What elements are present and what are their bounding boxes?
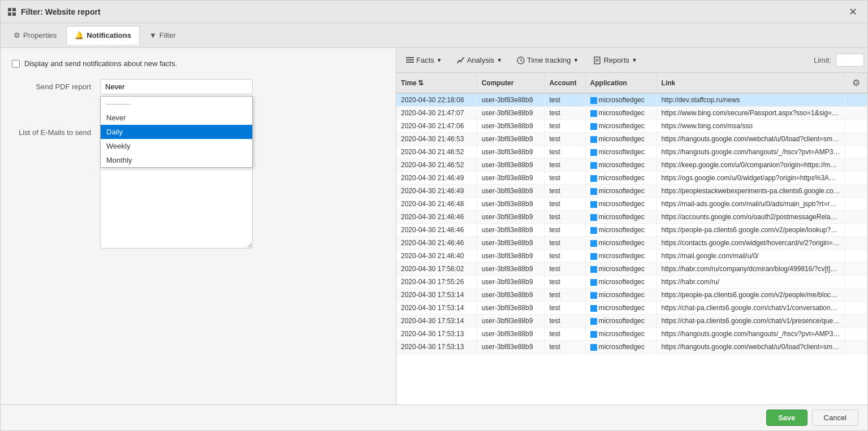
svg-line-9 xyxy=(521,60,522,62)
cell-link: https://people-pa.clients6.google.com/v2… xyxy=(657,224,845,237)
col-application: Application xyxy=(585,73,657,93)
dropdown-weekly[interactable]: Weekly xyxy=(101,139,252,153)
cell-time: 2020-04-30 21:46:53 xyxy=(396,133,477,146)
table-row[interactable]: 2020-04-30 17:53:14user-3bf83e88b9testmi… xyxy=(396,302,867,315)
tab-filter-label: Filter xyxy=(159,31,176,40)
tab-filter[interactable]: ▼ Filter xyxy=(141,26,184,45)
cell-settings xyxy=(845,172,867,185)
cell-application: microsoftedgec xyxy=(585,172,657,185)
cell-time: 2020-04-30 21:47:06 xyxy=(396,120,477,133)
cell-link: https://habr.com/ru/company/dcmiran/blog… xyxy=(657,263,845,276)
table-row[interactable]: 2020-04-30 21:46:46user-3bf83e88b9testmi… xyxy=(396,237,867,250)
cell-link: https://mail.google.com/mail/u/0/ xyxy=(657,250,845,263)
table-row[interactable]: 2020-04-30 17:53:13user-3bf83e88b9testmi… xyxy=(396,328,867,341)
tab-notifications[interactable]: 🔔 Notifications xyxy=(66,26,140,45)
cell-application: microsoftedgec xyxy=(585,328,657,341)
analysis-button[interactable]: Analysis ▼ xyxy=(451,52,508,68)
limit-input[interactable] xyxy=(836,54,864,67)
app-icon xyxy=(590,188,597,195)
facts-arrow-icon: ▼ xyxy=(437,57,442,63)
dropdown-monthly[interactable]: Monthly xyxy=(101,153,252,167)
cell-settings xyxy=(845,133,867,146)
cell-account: test xyxy=(545,250,585,263)
table-row[interactable]: 2020-04-30 17:53:14user-3bf83e88b9testmi… xyxy=(396,315,867,328)
cell-application: microsoftedgec xyxy=(585,250,657,263)
table-row[interactable]: 2020-04-30 21:47:07user-3bf83e88b9testmi… xyxy=(396,107,867,120)
dropdown-separator[interactable]: ---------- xyxy=(101,97,252,111)
svg-rect-1 xyxy=(12,8,16,11)
cell-time: 2020-04-30 22:18:08 xyxy=(396,93,477,107)
cell-computer: user-3bf83e88b9 xyxy=(477,133,545,146)
modal-title-text: Filter: Website report xyxy=(21,7,101,16)
left-panel: Display and send notifications about new… xyxy=(1,48,396,404)
table-row[interactable]: 2020-04-30 21:46:53user-3bf83e88b9testmi… xyxy=(396,133,867,146)
table-row[interactable]: 2020-04-30 21:46:40user-3bf83e88b9testmi… xyxy=(396,250,867,263)
cell-time: 2020-04-30 17:53:13 xyxy=(396,328,477,341)
app-icon xyxy=(590,344,597,351)
table-row[interactable]: 2020-04-30 17:53:14user-3bf83e88b9testmi… xyxy=(396,289,867,302)
table-row[interactable]: 2020-04-30 17:53:13user-3bf83e88b9testmi… xyxy=(396,341,867,354)
table-row[interactable]: 2020-04-30 17:56:02user-3bf83e88b9testmi… xyxy=(396,263,867,276)
cell-account: test xyxy=(545,146,585,159)
cell-application: microsoftedgec xyxy=(585,237,657,250)
notify-checkbox[interactable] xyxy=(12,60,20,68)
close-button[interactable]: ✕ xyxy=(845,5,861,19)
app-icon xyxy=(590,123,597,130)
time-sort[interactable]: Time ⇅ xyxy=(401,79,424,87)
cell-time: 2020-04-30 17:53:14 xyxy=(396,302,477,315)
cell-link: https://peoplestackwebexperiments-pa.cli… xyxy=(657,185,845,198)
clock-icon xyxy=(517,56,525,64)
table-row[interactable]: 2020-04-30 17:55:26user-3bf83e88b9testmi… xyxy=(396,276,867,289)
table-row[interactable]: 2020-04-30 21:46:52user-3bf83e88b9testmi… xyxy=(396,159,867,172)
cancel-button[interactable]: Cancel xyxy=(812,410,858,426)
table-row[interactable]: 2020-04-30 21:46:46user-3bf83e88b9testmi… xyxy=(396,224,867,237)
tab-properties[interactable]: ⚙ Properties xyxy=(5,26,65,45)
table-settings-button[interactable]: ⚙ xyxy=(850,76,862,89)
save-button[interactable]: Save xyxy=(766,410,807,426)
cell-account: test xyxy=(545,93,585,107)
cell-settings xyxy=(845,341,867,354)
cell-settings xyxy=(845,107,867,120)
table-row[interactable]: 2020-04-30 21:47:06user-3bf83e88b9testmi… xyxy=(396,120,867,133)
time-tracking-button[interactable]: Time tracking ▼ xyxy=(511,52,585,68)
table-row[interactable]: 2020-04-30 21:46:52user-3bf83e88b9testmi… xyxy=(396,146,867,159)
cell-account: test xyxy=(545,289,585,302)
cell-time: 2020-04-30 21:46:52 xyxy=(396,146,477,159)
table-row[interactable]: 2020-04-30 22:18:08user-3bf83e88b9testmi… xyxy=(396,93,867,107)
cell-settings xyxy=(845,315,867,328)
chart-icon xyxy=(457,56,465,64)
cell-settings xyxy=(845,159,867,172)
send-pdf-select[interactable]: Never Daily Weekly Monthly xyxy=(100,79,253,94)
cell-application: microsoftedgec xyxy=(585,198,657,211)
reports-label: Reports xyxy=(603,56,629,64)
cell-account: test xyxy=(545,276,585,289)
limit-label: Limit: xyxy=(814,56,831,64)
app-icon xyxy=(590,162,597,169)
data-table: Time ⇅ Computer Account Application Link… xyxy=(396,73,867,354)
table-row[interactable]: 2020-04-30 21:46:49user-3bf83e88b9testmi… xyxy=(396,172,867,185)
cell-application: microsoftedgec xyxy=(585,133,657,146)
reports-button[interactable]: Reports ▼ xyxy=(587,52,643,68)
dropdown-daily[interactable]: Daily xyxy=(101,125,252,139)
cell-time: 2020-04-30 17:53:14 xyxy=(396,289,477,302)
table-row[interactable]: 2020-04-30 21:46:49user-3bf83e88b9testmi… xyxy=(396,185,867,198)
cell-time: 2020-04-30 21:46:49 xyxy=(396,172,477,185)
cell-account: test xyxy=(545,172,585,185)
cell-computer: user-3bf83e88b9 xyxy=(477,120,545,133)
app-icon xyxy=(590,292,597,299)
facts-button[interactable]: Facts ▼ xyxy=(400,52,448,68)
modal-tabs: ⚙ Properties 🔔 Notifications ▼ Filter xyxy=(1,23,867,48)
table-row[interactable]: 2020-04-30 21:46:46user-3bf83e88b9testmi… xyxy=(396,211,867,224)
table-row[interactable]: 2020-04-30 21:46:48user-3bf83e88b9testmi… xyxy=(396,198,867,211)
app-icon xyxy=(590,227,597,234)
cell-account: test xyxy=(545,263,585,276)
dropdown-never[interactable]: Never xyxy=(101,111,252,125)
cell-time: 2020-04-30 21:46:40 xyxy=(396,250,477,263)
cell-time: 2020-04-30 17:53:14 xyxy=(396,315,477,328)
bell-icon: 🔔 xyxy=(75,31,84,40)
cell-link: https://contacts.google.com/widget/hover… xyxy=(657,237,845,250)
tab-notifications-label: Notifications xyxy=(87,31,131,40)
cell-application: microsoftedgec xyxy=(585,224,657,237)
checkbox-row: Display and send notifications about new… xyxy=(12,59,385,68)
cell-settings xyxy=(845,328,867,341)
